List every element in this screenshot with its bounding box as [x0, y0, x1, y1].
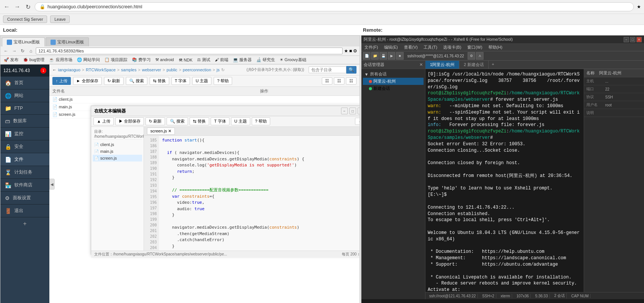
- xshell-disconnect-btn[interactable]: ■: [396, 52, 404, 60]
- address-bar[interactable]: 🔒 huangxiaoguo.club/peerconnection/scree…: [35, 2, 634, 11]
- save-all-button[interactable]: ► 全部保存: [73, 77, 102, 85]
- view-toggle-2[interactable]: ☷: [334, 77, 344, 85]
- sidebar-item-ftp[interactable]: 📁 FTP: [0, 102, 49, 115]
- baota-address-bar[interactable]: 121.41.76.43:58392/files: [36, 48, 343, 54]
- sidebar-item-database[interactable]: 🗃 数据库: [0, 115, 49, 128]
- sidebar-item-website[interactable]: 🌐 网站: [0, 89, 49, 102]
- filetree-item-screen[interactable]: 📄 screen.js: [93, 155, 142, 161]
- baota-settings-icon[interactable]: ⚙: [353, 48, 357, 54]
- editor-minimize-button[interactable]: −: [341, 108, 348, 114]
- sidebar-item-logout[interactable]: 🚪 退出: [0, 205, 49, 217]
- path-seg-6[interactable]: peerconnection: [183, 68, 211, 72]
- code-text[interactable]: function start(){ if ( navigator.mediaDe…: [159, 136, 307, 251]
- sidebar-item-shop[interactable]: 🏪 软件商店: [0, 179, 49, 192]
- bookmark-item-publish[interactable]: 🚀 发布: [3, 57, 20, 63]
- session-close-button[interactable]: ✕: [419, 62, 423, 67]
- search-input[interactable]: [309, 66, 346, 73]
- menu-help[interactable]: 帮助(H): [485, 44, 505, 51]
- back-button[interactable]: ←: [3, 3, 11, 11]
- bookmark-item-frontend[interactable]: 🖌 前端: [214, 57, 229, 63]
- session-item-new[interactable]: 新建会话: [363, 85, 424, 92]
- sidebar-item-settings[interactable]: ⚙ 面板设置: [0, 192, 49, 205]
- upload-button[interactable]: ↑ 上传: [52, 77, 71, 85]
- bookmark-item-android[interactable]: ⚒ android: [154, 57, 175, 63]
- tab-aliyun[interactable]: 1阿里云-杭州: [425, 61, 459, 69]
- table-row[interactable]: 📄 client.js: [49, 96, 359, 103]
- bookmark-item-ndk[interactable]: 🛠 NDK: [177, 57, 194, 63]
- bookmark-icon[interactable]: ★: [637, 4, 641, 9]
- editor-footer-page[interactable]: 每页 200 ↕ ▶: [342, 252, 359, 257]
- bookmark-item-project[interactable]: 📋 项目跟踪: [103, 57, 128, 63]
- font-button[interactable]: T 字体: [171, 77, 190, 85]
- session-group-header[interactable]: ▼ 所有会话: [363, 71, 424, 78]
- sidebar-add-button[interactable]: +: [0, 217, 49, 230]
- editor-maximize-button[interactable]: □: [349, 108, 356, 114]
- menu-tabs[interactable]: 选项卡(B): [440, 44, 464, 51]
- baota-tab-1[interactable]: 宝塔Linux图板: [2, 37, 45, 46]
- editor-close-button[interactable]: ✕: [358, 108, 359, 114]
- connect-sig-server-button[interactable]: Connect Sig Server: [3, 15, 47, 23]
- sidebar-item-cron[interactable]: ⌛ 计划任务: [0, 166, 49, 179]
- menu-file[interactable]: 文件(F): [361, 44, 381, 51]
- menu-edit[interactable]: 编辑(E): [381, 44, 401, 51]
- terminal-area[interactable]: [0]:isCg /usr/local/bin/node /home/huang…: [425, 69, 584, 292]
- path-sep-reload[interactable]: ↻: [221, 68, 225, 72]
- menu-window[interactable]: 窗口(W): [464, 44, 485, 51]
- xshell-settings-btn[interactable]: ⚙: [468, 52, 475, 60]
- bookmark-item-research[interactable]: 🔬 研究生: [255, 57, 276, 63]
- editor-help-btn[interactable]: ? 帮助: [252, 117, 270, 125]
- tab-new-session[interactable]: 2 新建会话: [459, 61, 488, 69]
- filetree-item-client[interactable]: 📄 client.js: [93, 141, 142, 148]
- editor-search-btn[interactable]: 🔍 搜索: [167, 117, 188, 125]
- sidebar-item-monitor[interactable]: 📊 监控: [0, 128, 49, 140]
- replace-button[interactable]: ⇆ 替换: [150, 77, 169, 85]
- file-ops-client[interactable]: [257, 96, 359, 103]
- code-tab-screen[interactable]: screen.js ✕: [147, 128, 175, 135]
- sidebar-item-security[interactable]: 🔒 安全: [0, 140, 49, 153]
- bookmark-item-groovy[interactable]: ☀ Groovy基础: [278, 57, 307, 63]
- reload-button[interactable]: ↻: [24, 3, 32, 11]
- sidebar-item-files[interactable]: 📄 文件: [0, 153, 49, 166]
- xshell-restore-button[interactable]: □: [630, 37, 635, 42]
- editor-save-all-btn[interactable]: ▶ 全部保存: [115, 117, 144, 125]
- path-seg-5[interactable]: public: [167, 68, 177, 72]
- editor-fold-btn[interactable]: ⇩: [355, 118, 359, 125]
- editor-upload-btn[interactable]: ▲ 上传: [93, 117, 114, 125]
- xshell-close-button[interactable]: ✕: [636, 37, 642, 42]
- xshell-minimize-button[interactable]: −: [624, 37, 629, 42]
- bookmark-item-learn[interactable]: 📚 费学习: [131, 57, 152, 63]
- editor-font-btn[interactable]: T 字体: [211, 117, 229, 125]
- leave-button[interactable]: Leave: [50, 15, 70, 23]
- baota-forward-button[interactable]: →: [11, 48, 18, 54]
- baota-tab-2[interactable]: 宝塔Linux图板: [46, 37, 89, 46]
- sidebar-item-home[interactable]: 🏠 首页: [0, 77, 49, 89]
- xshell-connect-btn[interactable]: ▶: [388, 52, 395, 60]
- menu-tools[interactable]: 工具(T): [421, 44, 440, 51]
- path-seg-2[interactable]: RTCWorkSpace: [86, 68, 116, 72]
- bookmark-item-test[interactable]: ⚖ 测试: [196, 57, 211, 63]
- session-item-aliyun[interactable]: 阿里云-杭州: [363, 78, 424, 85]
- bookmark-item-store[interactable]: ☕ 应用市场: [48, 57, 73, 63]
- path-back-icon[interactable]: ←: [52, 68, 57, 72]
- xshell-save-btn[interactable]: 💾: [379, 52, 387, 60]
- path-seg-1[interactable]: iangxiaoguo: [58, 68, 80, 72]
- baota-bookmark-icon[interactable]: ■: [349, 48, 352, 54]
- filetree-item-main[interactable]: 📄 main.js: [93, 148, 142, 155]
- baota-star-icon[interactable]: ★: [344, 48, 348, 54]
- menu-view[interactable]: 查看(V): [401, 44, 421, 51]
- xshell-new-btn[interactable]: 📄: [363, 52, 370, 60]
- bookmark-item-server[interactable]: 💻 服务器: [232, 57, 253, 63]
- xshell-color-btn[interactable]: A: [476, 52, 483, 60]
- help-button[interactable]: ? 帮助: [214, 77, 232, 85]
- xshell-open-btn[interactable]: 📁: [371, 52, 379, 60]
- refresh-button[interactable]: ↻ 刷新: [104, 77, 124, 85]
- view-toggle-1[interactable]: ☷: [322, 77, 332, 85]
- theme-button[interactable]: U 主题: [192, 77, 211, 85]
- forward-button[interactable]: →: [14, 3, 21, 11]
- search-button[interactable]: 🔍: [346, 66, 356, 74]
- path-seg-4[interactable]: webserver: [142, 68, 161, 72]
- baota-reload-button[interactable]: ↻: [19, 48, 26, 54]
- bookmark-item-bug[interactable]: 🐞 bug管理: [22, 57, 46, 63]
- editor-theme-btn[interactable]: U 主题: [231, 117, 250, 125]
- path-seg-3[interactable]: samples: [121, 68, 136, 72]
